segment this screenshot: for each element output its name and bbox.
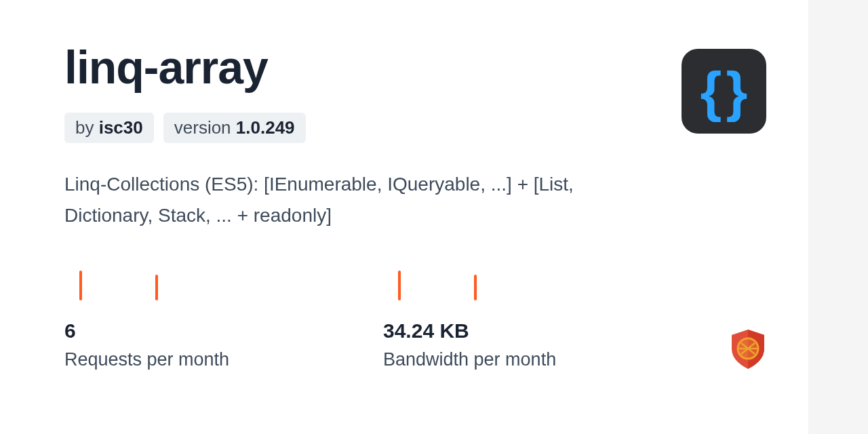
svg-point-1	[738, 338, 758, 359]
bandwidth-stat: 34.24 KB Bandwidth per month	[383, 271, 702, 370]
version-number: 1.0.249	[236, 117, 295, 138]
chart-bar	[474, 275, 477, 300]
package-logo: { }	[682, 49, 766, 134]
author-prefix: by	[75, 117, 99, 138]
brace-left-icon: {	[701, 64, 722, 119]
bandwidth-chart	[383, 271, 702, 300]
requests-label: Requests per month	[64, 349, 383, 370]
chart-bar	[398, 271, 401, 300]
chart-bar	[155, 275, 158, 300]
package-card: linq-array by isc30 version 1.0.249 Linq…	[0, 0, 808, 434]
side-strip	[808, 0, 868, 434]
stats-row: 6 Requests per month 34.24 KB Bandwidth …	[64, 271, 808, 370]
author-name: isc30	[99, 117, 143, 138]
requests-stat: 6 Requests per month	[64, 271, 383, 370]
package-description: Linq-Collections (ES5): [IEnumerable, IQ…	[64, 169, 580, 231]
requests-chart	[64, 271, 383, 300]
version-badge[interactable]: version 1.0.249	[163, 113, 306, 143]
version-prefix: version	[174, 117, 236, 138]
brace-right-icon: }	[726, 64, 748, 119]
chart-bar	[79, 271, 82, 300]
author-badge[interactable]: by isc30	[64, 113, 154, 143]
shield-icon	[729, 328, 767, 370]
requests-value: 6	[64, 319, 383, 342]
bandwidth-value: 34.24 KB	[383, 319, 702, 342]
bandwidth-label: Bandwidth per month	[383, 349, 702, 370]
